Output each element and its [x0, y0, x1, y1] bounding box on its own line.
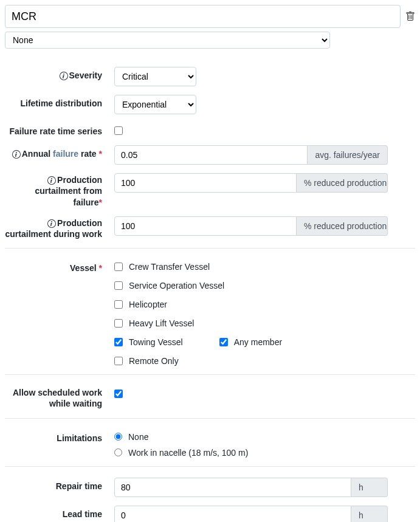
annual-failure-rate-label: Annual failure rate *	[5, 145, 114, 159]
limitations-label: Limitations	[5, 430, 114, 444]
failure-rate-ts-label: Failure rate time series	[5, 123, 114, 137]
lifetime-distribution-select[interactable]: Exponential	[114, 95, 196, 114]
allow-scheduled-label: Allow scheduled work while waiting	[5, 386, 114, 409]
info-icon	[47, 219, 56, 228]
vessel-towing-label[interactable]: Towing Vessel	[129, 337, 183, 347]
repair-time-label: Repair time	[5, 478, 114, 492]
curtailment-work-label: Production curtailment during work	[5, 216, 114, 239]
curtailment-work-input[interactable]	[114, 216, 297, 236]
unit-label: % reduced production	[297, 173, 388, 193]
divider	[5, 466, 415, 467]
failure-rate-ts-checkbox[interactable]	[114, 126, 123, 135]
curtailment-failure-label: Production curtailment from failure*	[5, 173, 114, 208]
lead-time-input[interactable]	[114, 506, 351, 523]
repair-time-input[interactable]	[114, 478, 351, 497]
unit-label: % reduced production	[297, 216, 388, 236]
vessel-service-op-label[interactable]: Service Operation Vessel	[129, 281, 224, 290]
vessel-helicopter-label[interactable]: Helicopter	[129, 300, 167, 309]
vessel-heavy-lift-checkbox[interactable]	[114, 319, 123, 328]
severity-select[interactable]: Critical	[114, 67, 196, 86]
limitations-none-label[interactable]: None	[128, 432, 148, 442]
annual-failure-rate-input[interactable]	[114, 145, 308, 165]
vessel-crew-transfer-label[interactable]: Crew Transfer Vessel	[129, 262, 210, 272]
unit-label: h	[351, 478, 388, 497]
limitations-nacelle-label[interactable]: Work in nacelle (18 m/s, 100 m)	[128, 448, 248, 458]
divider	[5, 248, 415, 249]
severity-label: Severity	[5, 67, 114, 81]
vessel-service-op-checkbox[interactable]	[114, 281, 123, 290]
name-input[interactable]	[5, 5, 401, 28]
vessel-any-member-label[interactable]: Any member	[234, 337, 282, 347]
vessel-crew-transfer-checkbox[interactable]	[114, 263, 123, 271]
limitations-none-radio[interactable]	[114, 433, 122, 441]
limitations-nacelle-radio[interactable]	[114, 448, 122, 456]
delete-icon[interactable]	[405, 12, 415, 21]
vessel-remote-only-checkbox[interactable]	[114, 357, 123, 365]
sub-select[interactable]: None	[5, 32, 330, 49]
vessel-towing-checkbox[interactable]	[114, 338, 123, 346]
vessel-heavy-lift-label[interactable]: Heavy Lift Vessel	[129, 318, 194, 328]
info-icon	[12, 150, 21, 159]
divider	[5, 418, 415, 419]
lifetime-distribution-label: Lifetime distribution	[5, 95, 114, 109]
info-icon	[60, 72, 68, 80]
vessel-any-member-checkbox[interactable]	[219, 338, 228, 346]
divider	[5, 374, 415, 375]
lead-time-label: Lead time	[5, 506, 114, 520]
curtailment-failure-input[interactable]	[114, 173, 297, 193]
unit-label: h	[351, 506, 388, 523]
unit-label: avg. failures/year	[308, 145, 388, 165]
vessel-helicopter-checkbox[interactable]	[114, 300, 123, 309]
info-icon	[47, 176, 56, 185]
allow-scheduled-checkbox[interactable]	[114, 390, 123, 398]
vessel-remote-only-label[interactable]: Remote Only	[129, 356, 179, 366]
vessel-label: Vessel *	[5, 259, 114, 273]
